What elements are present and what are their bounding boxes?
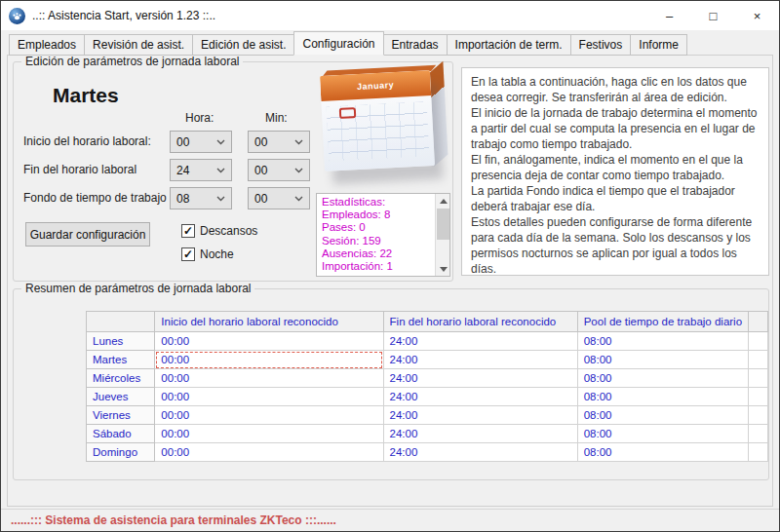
statistics-text: Estadísticas: Empleados: 8 Pases: 0 Sesi… — [317, 194, 435, 276]
chevron-down-icon — [216, 196, 225, 202]
checkmark-icon — [181, 247, 195, 261]
column-header-fin: Fin del horario laboral reconocido — [383, 312, 577, 332]
tab-configuracion[interactable]: Configuración — [293, 31, 383, 56]
fin-hour-value: 24 — [176, 164, 189, 177]
fin-label: Fin del horario laboral — [23, 163, 136, 176]
calendar-month-label: January — [357, 80, 395, 92]
chevron-down-icon — [294, 168, 303, 173]
descansos-checkbox[interactable]: Descansos — [181, 224, 257, 238]
cell-filler — [749, 351, 768, 369]
inicio-min-select[interactable]: 00 — [248, 131, 310, 153]
inicio-label: Inicio del horario laboral: — [23, 134, 151, 148]
fin-hour-select[interactable]: 24 — [170, 159, 232, 181]
title-bar: ..:: Asistencia Start, versión 1.23 ::..… — [1, 1, 779, 30]
inicio-hour-select[interactable]: 00 — [170, 131, 232, 153]
table-row-sabado: Sábado 00:00 24:00 08:00 — [87, 425, 768, 443]
cell-filler — [749, 406, 768, 425]
chevron-down-icon — [216, 139, 225, 145]
cell-miercoles-fin[interactable]: 24:00 — [383, 369, 577, 388]
scroll-up-icon[interactable] — [436, 194, 450, 208]
close-button[interactable]: × — [735, 1, 779, 30]
groupbox-edit-title: Edición de parámetros de jornada laboral — [21, 55, 243, 68]
cell-domingo-fin[interactable]: 24:00 — [383, 443, 577, 462]
table-row-domingo: Domingo 00:00 24:00 08:00 — [87, 443, 768, 462]
column-header-day — [87, 312, 155, 332]
fondo-min-select[interactable]: 00 — [248, 187, 310, 209]
row-header-miercoles[interactable]: Miércoles — [87, 369, 155, 388]
noche-checkbox[interactable]: Noche — [181, 247, 234, 261]
fin-min-select[interactable]: 00 — [248, 159, 310, 181]
cell-miercoles-inicio[interactable]: 00:00 — [155, 369, 383, 388]
tab-importacion-de-term[interactable]: Importación de term. — [447, 34, 571, 56]
statistics-box: Estadísticas: Empleados: 8 Pases: 0 Sesi… — [316, 193, 450, 277]
field-row-inicio: Inicio del horario laboral: 00 00 — [14, 131, 316, 153]
cell-lunes-inicio[interactable]: 00:00 — [155, 332, 383, 351]
table-row-miercoles: Miércoles 00:00 24:00 08:00 — [87, 369, 768, 388]
stats-scrollbar[interactable] — [435, 194, 449, 276]
cell-lunes-fin[interactable]: 24:00 — [383, 332, 577, 351]
cell-viernes-inicio[interactable]: 00:00 — [155, 406, 383, 425]
cell-filler — [749, 425, 768, 443]
row-header-domingo[interactable]: Domingo — [87, 443, 155, 462]
column-header-filler — [749, 312, 768, 332]
tab-revision-de-asist[interactable]: Revisión de asist. — [84, 34, 193, 56]
selected-cell-martes-inicio[interactable]: 00:00 — [155, 351, 383, 369]
row-header-lunes[interactable]: Lunes — [87, 332, 155, 351]
cell-jueves-pool[interactable]: 08:00 — [577, 388, 748, 406]
tab-empleados[interactable]: Empleados — [9, 34, 85, 56]
cell-martes-pool[interactable]: 08:00 — [577, 351, 748, 369]
field-row-fondo: Fondo de tiempo de trabajo 08 00 — [14, 187, 316, 209]
table-row-martes: Martes 00:00 24:00 08:00 — [87, 351, 768, 369]
row-header-martes[interactable]: Martes — [87, 351, 155, 369]
maximize-button[interactable]: □ — [691, 1, 735, 30]
cell-viernes-pool[interactable]: 08:00 — [577, 406, 748, 425]
hour-column-label: Hora: — [185, 111, 214, 125]
table-header-row: Inicio del horario laboral reconocido Fi… — [87, 312, 768, 332]
cell-sabado-inicio[interactable]: 00:00 — [155, 425, 383, 443]
cell-martes-fin[interactable]: 24:00 — [383, 351, 577, 369]
groupbox-resumen-parametros: Resumen de parámetros de jornada laboral… — [13, 288, 769, 480]
scroll-down-icon[interactable] — [436, 262, 450, 276]
field-row-fin: Fin del horario laboral 24 00 — [14, 159, 316, 181]
tab-entradas[interactable]: Entradas — [383, 34, 448, 56]
cell-jueves-inicio[interactable]: 00:00 — [155, 388, 383, 406]
cell-filler — [749, 443, 768, 462]
cell-miercoles-pool[interactable]: 08:00 — [577, 369, 748, 388]
tab-strip: Empleados Revisión de asist. Edición de … — [9, 34, 686, 56]
cell-sabado-fin[interactable]: 24:00 — [383, 425, 577, 443]
cell-sabado-pool[interactable]: 08:00 — [577, 425, 748, 443]
cell-domingo-pool[interactable]: 08:00 — [577, 443, 748, 462]
row-header-sabado[interactable]: Sábado — [87, 425, 155, 443]
minimize-button[interactable]: – — [647, 1, 691, 30]
cell-filler — [749, 369, 768, 388]
cell-domingo-inicio[interactable]: 00:00 — [155, 443, 383, 462]
cell-filler — [749, 388, 768, 406]
scrollbar-thumb[interactable] — [437, 209, 449, 240]
cell-lunes-pool[interactable]: 08:00 — [577, 332, 748, 351]
help-text-panel: En la tabla a continuación, haga clic en… — [461, 67, 769, 276]
row-header-viernes[interactable]: Viernes — [87, 406, 155, 425]
cell-jueves-fin[interactable]: 24:00 — [383, 388, 577, 406]
noche-checkbox-label: Noche — [200, 247, 234, 261]
calendar-header: January — [320, 70, 431, 101]
app-paw-icon — [9, 8, 25, 24]
tab-edicion-de-asist[interactable]: Edición de asist. — [192, 34, 294, 56]
tab-informe[interactable]: Informe — [630, 34, 687, 56]
chevron-down-icon — [294, 196, 303, 202]
cell-viernes-fin[interactable]: 24:00 — [383, 406, 577, 425]
row-header-jueves[interactable]: Jueves — [87, 388, 155, 406]
fondo-hour-select[interactable]: 08 — [170, 187, 232, 209]
groupbox-summary-title: Resumen de parámetros de jornada laboral — [21, 282, 254, 295]
status-bar: ......::: Sistema de asistencia para ter… — [1, 509, 779, 531]
save-config-button[interactable]: Guardar configuración — [25, 222, 150, 247]
chevron-down-icon — [216, 168, 225, 173]
table-row-viernes: Viernes 00:00 24:00 08:00 — [87, 406, 768, 425]
fin-min-value: 00 — [254, 164, 267, 177]
descansos-checkbox-label: Descansos — [200, 224, 257, 238]
column-header-inicio: Inicio del horario laboral reconocido — [155, 312, 383, 332]
window-title: ..:: Asistencia Start, versión 1.23 ::.. — [32, 9, 215, 22]
calendar-sheet: January — [320, 70, 435, 171]
tab-festivos[interactable]: Festivos — [570, 34, 632, 56]
app-window: ..:: Asistencia Start, versión 1.23 ::..… — [0, 0, 780, 532]
inicio-min-value: 00 — [254, 135, 267, 149]
